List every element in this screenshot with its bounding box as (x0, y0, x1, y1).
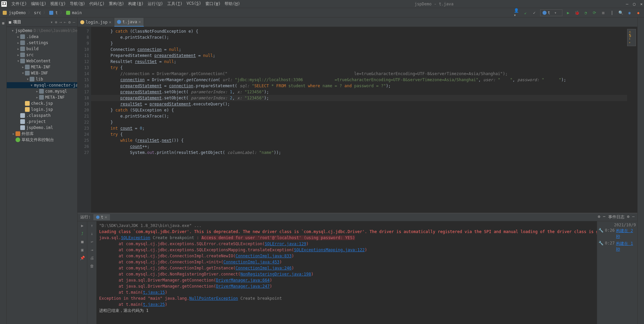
menu-导航[interactable]: 导航(N) (68, 1, 87, 7)
rerun-button[interactable]: ▶ (81, 223, 83, 228)
users-icon[interactable]: 👤▾ (514, 10, 520, 16)
stop-run-button[interactable]: ■ (81, 239, 83, 244)
project-panel: ■ 项目 ▾ ⊕ ⇢ ⇠ ⚙ — ▾jspDemoD:\Demo\JavaWeb… (7, 18, 78, 324)
menu-运行[interactable]: 运行(U) (146, 1, 165, 7)
crumb-t[interactable]: t (55, 10, 58, 15)
up-trace-icon[interactable]: ↑ (91, 223, 93, 228)
menu-重构[interactable]: 重构(R) (107, 1, 126, 7)
stop-button[interactable]: ■ (600, 10, 606, 16)
separator: | (609, 10, 615, 16)
tree-.classpath[interactable]: .classpath (7, 112, 77, 119)
coverage-button[interactable]: ◔ (583, 10, 589, 16)
vcs-update-icon[interactable]: ↙ (523, 10, 529, 16)
menu-构建[interactable]: 构建(B) (126, 1, 146, 7)
pin-icon[interactable]: 📌 (80, 256, 85, 260)
updates-icon[interactable]: ◆ (635, 10, 641, 16)
run-header: 运行: t × ⚙ ⋯ 事件日志 ⚙ — (78, 213, 637, 221)
ide-settings-icon[interactable]: ◉ (626, 10, 633, 16)
run-gear-icon[interactable]: ⚙ (598, 214, 600, 220)
soft-wrap-icon[interactable]: ↩ (91, 239, 93, 244)
run-title: 运行: (80, 214, 91, 220)
tree-外部库[interactable]: ▸外部库 (7, 131, 77, 137)
toolbar-right: 👤▾ ↙ ✓ t ▾ ▶ 🐞 ◔ ⟳ ■ | 🔍 ◉ ◆ (514, 9, 644, 16)
menu-窗口[interactable]: 窗口(W) (203, 1, 223, 7)
close-button[interactable]: ✕ (640, 2, 643, 6)
tree-WEB-INF[interactable]: ▾WEB-INF (7, 70, 77, 76)
problems-badge[interactable]: ⚠ 5 ˄ ˅ (627, 29, 636, 46)
run-tool-window: 运行: t × ⚙ ⋯ 事件日志 ⚙ — ▶ ⤴ ■ (78, 213, 637, 324)
vcs-commit-icon[interactable]: ✓ (531, 10, 537, 16)
tree-src[interactable]: ▸src (7, 52, 77, 58)
tree-login.jsp[interactable]: login.jsp (7, 106, 77, 112)
close-icon[interactable]: × (105, 215, 107, 220)
menu-帮助[interactable]: 帮助(H) (223, 1, 242, 7)
project-tool-button[interactable]: ■ (1, 20, 5, 27)
menu-视图[interactable]: 视图(V) (48, 1, 68, 7)
restore-layout-icon[interactable]: ▣ (81, 248, 83, 252)
tab-login.jsp[interactable]: login.jsp× (78, 18, 114, 27)
event-log[interactable]: 2021/10/9 🔧0:26构建在 2秒🔧0:27构建在 1秒 (597, 221, 637, 324)
expand-all-icon[interactable]: ⇠ (64, 20, 66, 25)
tree-com.mysql[interactable]: ▸com.mysql (7, 88, 77, 94)
window-title: jspDemo - t.java (242, 2, 626, 6)
tree-mysql-connector-java-8.[interactable]: ▾mysql-connector-java-8. (7, 82, 77, 88)
window-controls: — ▢ ✕ (626, 2, 643, 6)
run-config-name: t (548, 10, 550, 15)
run-button[interactable]: ▶ (565, 10, 571, 16)
main-area: ■ ■ 项目 ▾ ⊕ ⇢ ⇠ ⚙ — ▾jspDemoD:\Demo\JavaW… (0, 18, 644, 324)
right-tool-stripe (637, 18, 644, 324)
menu-VCS[interactable]: VCS(S) (184, 1, 203, 7)
breadcrumb[interactable]: jspDemo〉src〉t〉main (0, 10, 514, 15)
profile-button[interactable]: ⟳ (591, 10, 597, 16)
run-body: ▶ ⤴ ■ ▣ 📌 ↑ ↓ ↩ ⇥ 🖨 🗑 "D:\SDK\Java\JDK 1… (78, 221, 637, 324)
crumb-src[interactable]: src (34, 10, 41, 15)
tree-META-INF[interactable]: ▸META-INF (7, 94, 77, 100)
console-output[interactable]: "D:\SDK\Java\JDK 1.8_302\bin\java.exe" .… (96, 221, 597, 324)
gear-icon[interactable]: ⚙ (68, 20, 71, 25)
scroll-end-icon[interactable]: ⇥ (91, 248, 93, 252)
project-tree[interactable]: ▾jspDemoD:\Demo\JavaWeb\Demo\▸.idea▸.set… (7, 27, 77, 324)
tree-草稿文件和控制台[interactable]: 草稿文件和控制台 (7, 137, 77, 143)
tree-.settings[interactable]: ▸.settings (7, 40, 77, 46)
tree-jspDemo.iml[interactable]: jspDemo.iml (7, 125, 77, 131)
down-trace-icon[interactable]: ↓ (91, 231, 93, 236)
run-tab[interactable]: t × (93, 214, 110, 220)
menu-代码[interactable]: 代码(C) (87, 1, 107, 7)
tree-build[interactable]: ▸build (7, 46, 77, 52)
tree-lib[interactable]: ▾lib (7, 76, 77, 82)
print-icon[interactable]: 🖨 (90, 256, 94, 260)
event-date: 2021/10/9 (598, 223, 636, 227)
crumb-main[interactable]: main (72, 10, 82, 15)
menu-编辑[interactable]: 编辑(E) (29, 1, 49, 7)
tab-t.java[interactable]: t.java× (114, 18, 144, 27)
run-config-selector[interactable]: t ▾ (540, 9, 562, 16)
tree-WebContent[interactable]: ▾WebContent (7, 58, 77, 64)
tree-.idea[interactable]: ▸.idea (7, 34, 77, 40)
crumb-jspDemo[interactable]: jspDemo (9, 10, 26, 15)
tree-check.jsp[interactable]: check.jsp (7, 100, 77, 106)
project-panel-header: ■ 项目 ▾ ⊕ ⇢ ⇠ ⚙ — (7, 18, 77, 27)
menu-工具[interactable]: 工具(T) (165, 1, 185, 7)
menu-文件[interactable]: 文件(F) (9, 1, 29, 7)
project-view-icon: ■ (9, 20, 11, 25)
run-more-icon[interactable]: ⋯ (603, 214, 605, 220)
ide-logo: IJ (1, 1, 7, 7)
minimize-button[interactable]: — (626, 2, 628, 6)
maximize-button[interactable]: ▢ (633, 2, 636, 6)
hide-icon[interactable]: — (73, 20, 75, 25)
config-icon (543, 11, 547, 15)
tree-jspDemo[interactable]: ▾jspDemoD:\Demo\JavaWeb\Demo\ (7, 28, 77, 34)
event-log-label[interactable]: 事件日志 (608, 214, 624, 220)
search-everywhere-icon[interactable]: 🔍 (618, 10, 624, 16)
attach-button[interactable]: ⤴ (81, 231, 83, 236)
event-gear-icon[interactable]: ⚙ (627, 214, 630, 220)
tree-.project[interactable]: .project (7, 119, 77, 125)
event-hide-icon[interactable]: — (632, 214, 635, 220)
tree-META-INF[interactable]: ▸META-INF (7, 64, 77, 70)
collapse-all-icon[interactable]: ⇢ (59, 20, 62, 25)
dropdown-icon[interactable]: ▾ (51, 20, 53, 25)
project-header-title: 项目 (13, 19, 48, 25)
clear-icon[interactable]: 🗑 (90, 264, 94, 268)
debug-button[interactable]: 🐞 (574, 10, 580, 16)
select-opened-icon[interactable]: ⊕ (55, 20, 57, 25)
